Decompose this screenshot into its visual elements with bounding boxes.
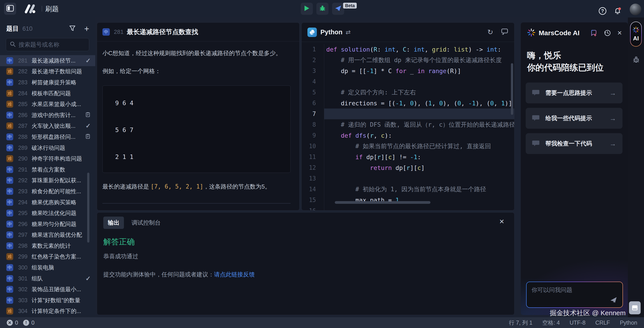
- run-button[interactable]: [301, 3, 313, 15]
- code-line[interactable]: 8 # 递归的 DFS 函数, 返回从（r, c）位置开始的最长递减路径: [302, 119, 514, 130]
- debug-button[interactable]: [316, 3, 328, 15]
- code-line[interactable]: 12 return dp[r][c]: [302, 162, 514, 173]
- new-chat-icon[interactable]: [590, 29, 598, 37]
- indent-setting[interactable]: 空格: 4: [542, 319, 560, 326]
- problem-list-item[interactable]: 难304计算特定条件下的...: [0, 306, 95, 317]
- code-line[interactable]: 11 if dp[r][c] != -1:: [302, 152, 514, 162]
- sidebar-scrollbar[interactable]: [87, 173, 90, 243]
- encoding[interactable]: UTF-8: [570, 319, 586, 326]
- code-line[interactable]: 10 # 如果当前节点的最长路径已经计算过, 直接返回: [302, 141, 514, 152]
- problem-list-item[interactable]: 中286游戏中的伤害计...: [0, 110, 95, 121]
- problem-list-item[interactable]: 中303计算"好数组"的数量: [0, 295, 95, 306]
- problem-title: 计算"好数组"的数量: [32, 297, 91, 304]
- feedback-link[interactable]: 请点此链接反馈: [214, 271, 255, 278]
- code-line[interactable]: 1def solution(R: int, C: int, grid: list…: [302, 44, 514, 55]
- debug-rail-icon[interactable]: [633, 56, 640, 64]
- editor-horizontal-scrollbar[interactable]: [335, 201, 430, 204]
- code-line[interactable]: 5 # 定义四个方向: 上下左右: [302, 87, 514, 98]
- problem-list-item[interactable]: 中292算珠重新分配以获...: [0, 175, 95, 186]
- close-icon[interactable]: ✕: [617, 30, 622, 37]
- problem-title: 水果店果篮最小成...: [32, 100, 91, 108]
- problem-list-item[interactable]: 中288矩形棋盘路径问...: [0, 131, 95, 142]
- code-line[interactable]: 13: [302, 173, 514, 184]
- editor-vertical-scrollbar[interactable]: [511, 63, 513, 115]
- ai-rail-button[interactable]: AI: [630, 22, 642, 47]
- problem-list-item[interactable]: 中298素数元素的统计: [0, 240, 95, 251]
- add-problem-icon[interactable]: +: [84, 25, 89, 32]
- problem-list-item[interactable]: 中294糖果优惠购买策略: [0, 197, 95, 208]
- marscode-logo[interactable]: [24, 4, 37, 14]
- problem-list-item[interactable]: 中289破冰行动问题: [0, 142, 95, 153]
- sidebar-toggle-button[interactable]: [4, 3, 16, 15]
- help-icon[interactable]: ?: [599, 7, 606, 15]
- close-icon[interactable]: ✕: [499, 218, 504, 225]
- problem-number: 291: [18, 166, 30, 173]
- grid-code-block: 9 6 4 5 6 7 2 1 1: [102, 85, 291, 173]
- status-bar: ✕ 0 ! 0 行 7, 列 1空格: 4UTF-8CRLFPython: [0, 317, 644, 328]
- avatar[interactable]: [630, 4, 641, 15]
- warning-count[interactable]: ! 0: [23, 319, 34, 326]
- panel-toggle-button[interactable]: [629, 301, 641, 314]
- difficulty-badge: 难: [6, 101, 13, 108]
- code-line[interactable]: 16: [302, 205, 514, 210]
- code-line[interactable]: 2 # 用一个二维数组 dp 来记录每个位置的最长递减路径长度: [302, 55, 514, 66]
- problem-list-item[interactable]: 中293粮食分配的可能性...: [0, 186, 95, 197]
- app-name: 刷题: [45, 5, 59, 14]
- history-icon[interactable]: [604, 29, 611, 37]
- code-text: return dp[r][c]: [324, 162, 514, 173]
- ai-suggestion-card[interactable]: 需要一点思路提示→: [526, 83, 622, 103]
- problem-list-item[interactable]: 中295糖果吃法优化问题: [0, 208, 95, 219]
- language-mode[interactable]: Python: [620, 319, 637, 326]
- watermark: 掘金技术社区 @ Kennem: [550, 308, 626, 318]
- filter-icon[interactable]: [69, 25, 76, 33]
- reset-code-icon[interactable]: ↻: [487, 28, 493, 36]
- problem-list-item[interactable]: 中302装饰品丑陋值最小...: [0, 284, 95, 295]
- problem-list-item[interactable]: 难287火车驶入驶出顺...✓: [0, 121, 95, 132]
- switch-language-icon[interactable]: ⇄: [346, 29, 351, 36]
- problem-list-item[interactable]: 中297糖果迷宫的最优分配: [0, 230, 95, 241]
- problem-list-item[interactable]: 中283树苗健康提升策略: [0, 77, 95, 88]
- error-count[interactable]: ✕ 0: [7, 319, 18, 326]
- code-text: if dp[r][c] != -1:: [324, 152, 514, 162]
- chat-bubble-icon: [532, 140, 540, 148]
- problem-list-item[interactable]: 难299红色格子染色方案...: [0, 251, 95, 262]
- search-input[interactable]: 搜索题号或名称: [6, 38, 89, 51]
- problem-title: 计算特定条件下的...: [32, 307, 91, 315]
- problem-list-item[interactable]: 中281最长递减路径节...✓: [0, 55, 95, 66]
- eol-setting[interactable]: CRLF: [596, 319, 610, 326]
- bell-icon[interactable]: [613, 6, 622, 16]
- code-line[interactable]: 4: [302, 76, 514, 87]
- tab-output[interactable]: 输出: [103, 217, 124, 229]
- code-line[interactable]: 14 # 初始化为 1, 因为当前节点本身就是一个路径: [302, 184, 514, 195]
- layout-icon[interactable]: [501, 28, 508, 37]
- code-line[interactable]: 9 def dfs(r, c):: [302, 130, 514, 141]
- submit-button[interactable]: [332, 3, 344, 15]
- send-icon[interactable]: [610, 297, 617, 304]
- difficulty-badge: 中: [6, 199, 13, 206]
- problem-number: 285: [18, 101, 30, 107]
- code-line[interactable]: 7: [302, 109, 514, 119]
- problem-number: 288: [18, 134, 30, 140]
- problem-list-item[interactable]: 中291禁着点方案数: [0, 164, 95, 175]
- code-line[interactable]: 6 directions = [(-1, 0), (1, 0), (0, -1)…: [302, 98, 514, 109]
- chat-input[interactable]: 你可以问我问题: [526, 282, 622, 307]
- ai-panel-title: MarsCode AI: [539, 29, 584, 37]
- tab-debug-console[interactable]: 调试控制台: [132, 219, 161, 227]
- sidebar-title: 题目: [6, 25, 19, 33]
- problem-list-item[interactable]: 难284模板串匹配问题: [0, 88, 95, 99]
- cursor-position[interactable]: 行 7, 列 1: [509, 319, 533, 326]
- problem-title: 最长递增子数组问题: [32, 68, 91, 75]
- problem-list-item[interactable]: 中301组队✓: [0, 273, 95, 284]
- problem-list-item[interactable]: 中296糖果均匀分配问题: [0, 219, 95, 230]
- code-area[interactable]: 1def solution(R: int, C: int, grid: list…: [302, 42, 514, 210]
- problem-list-item[interactable]: 难290神奇字符串构造问题: [0, 153, 95, 164]
- ai-suggestion-card[interactable]: 帮我检查一下代码→: [526, 133, 622, 154]
- problem-list-item[interactable]: 中300组装电脑: [0, 262, 95, 273]
- difficulty-badge: 中: [6, 242, 13, 249]
- code-text: def solution(R: int, C: int, grid: list)…: [324, 44, 514, 55]
- problem-description[interactable]: 小C想知道，经过这种规则能找到的最长递减路径的节点个数是多少。 例如，给定一个网…: [97, 42, 299, 210]
- problem-list-item[interactable]: 难285水果店果篮最小成...: [0, 99, 95, 110]
- problem-list-item[interactable]: 难282最长递增子数组问题: [0, 66, 95, 77]
- ai-suggestion-card[interactable]: 给我一些代码提示→: [526, 108, 622, 129]
- code-line[interactable]: 3 dp = [[-1] * C for _ in range(R)]: [302, 66, 514, 76]
